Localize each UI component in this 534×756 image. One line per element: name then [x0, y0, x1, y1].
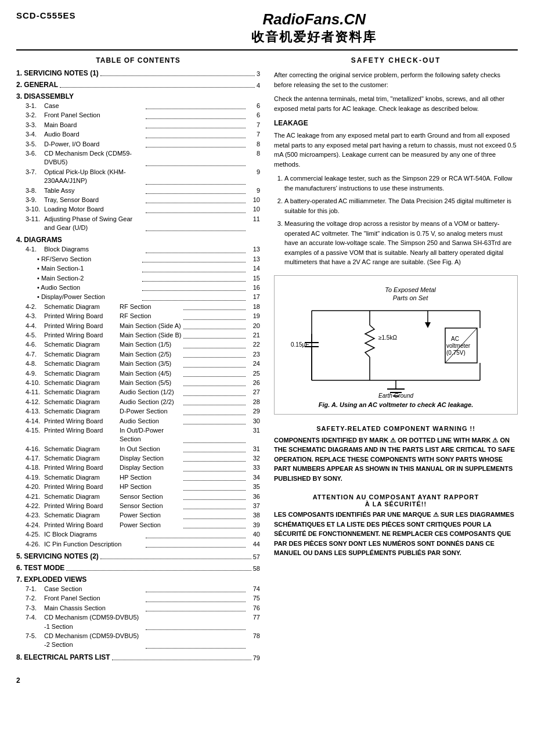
toc-sub-4-1: 4-1. Block Diagrams 13 [26, 245, 260, 254]
safety-title: SAFETY CHECK-OUT [274, 56, 518, 64]
safety-intro-1: After correcting the original service pr… [274, 70, 518, 89]
toc-item-6-page: 58 [253, 565, 260, 572]
toc-item-8-label: 8. ELECTRICAL PARTS LIST [16, 653, 110, 661]
toc-sub-4-2: 4-2. Schematic Diagram RF Section 18 [26, 303, 260, 311]
svg-marker-4 [425, 322, 431, 328]
bullet-main-1: • Main Section-1 14 [37, 264, 260, 273]
toc-sub-3-7: 3-7. Optical Pick-Up Block (KHM-230AAA/J… [26, 168, 260, 186]
dots-5 [100, 559, 251, 559]
page: SCD-C555ES RadioFans.CN 收音机爱好者资料库 TABLE … [0, 0, 534, 756]
disassembly-subitems: 3-1. Case 6 3-2. Front Panel Section 6 3… [16, 102, 260, 232]
dots-1 [100, 75, 255, 76]
safety-column: SAFETY CHECK-OUT After correcting the or… [274, 56, 518, 746]
toc-sub-3-11: 3-11. Adjusting Phase of Swing Gear and … [26, 215, 260, 233]
diagram-caption: Fig. A. Using an AC voltmeter to check A… [280, 401, 511, 408]
svg-text:To Exposed Metal: To Exposed Metal [385, 286, 436, 293]
toc-item-3-label: 3. DISASSEMBLY [16, 92, 260, 100]
leakage-method-1: A commercial leakage tester, such as the… [284, 174, 518, 193]
toc-section-5: 5. SERVICING NOTES (2) 57 [16, 552, 260, 560]
toc-item-5-page: 57 [253, 553, 260, 560]
toc-section-2: 2. GENERAL 4 [16, 81, 260, 89]
leakage-method-2: A battery-operated AC milliammeter. The … [284, 196, 518, 215]
safety-intro-2: Check the antenna terminals, metal trim,… [274, 94, 518, 113]
bullet-display-power: • Display/Power Section 17 [37, 293, 260, 301]
toc-sub-4-12: 4-12. Schematic Diagram Audio Section (2… [26, 398, 260, 406]
svg-text:Parts on Set: Parts on Set [393, 294, 428, 301]
logo: RadioFans.CN 收音机爱好者资料库 [111, 10, 518, 46]
toc-item-4-label: 4. DIAGRAMS [16, 236, 260, 244]
diagrams-subitems: 4-1. Block Diagrams 13 • RF/Servo Sectio… [16, 245, 260, 549]
toc-sub-4-19: 4-19. Schematic Diagram HP Section 34 [26, 473, 260, 482]
toc-sub-4-26: 4-26. IC Pin Function Description 44 [26, 540, 260, 549]
toc-sub-4-11: 4-11. Schematic Diagram Audio Section (1… [26, 388, 260, 397]
toc-sub-3-6: 3-6. CD Mechanism Deck (CDM59-DVBU5) 8 [26, 149, 260, 167]
circuit-diagram: To Exposed Metal Parts on Set [274, 275, 518, 415]
toc-sub-4-13: 4-13. Schematic Diagram D-Power Section … [26, 407, 260, 416]
leakage-methods: A commercial leakage tester, such as the… [274, 174, 518, 267]
chinese-title: 收音机爱好者资料库 [111, 28, 518, 46]
toc-sub-4-25: 4-25. IC Block Diagrams 40 [26, 530, 260, 539]
toc-sub-4-6: 4-6. Schematic Diagram Main Section (1/5… [26, 340, 260, 349]
svg-text:voltmeter: voltmeter [446, 343, 471, 349]
dots-8 [112, 660, 251, 660]
toc-section-7: 7. EXPLODED VIEWS 7-1. Case Section 74 7… [16, 575, 260, 650]
toc-sub-3-2: 3-2. Front Panel Section 6 [26, 111, 260, 120]
toc-section-3: 3. DISASSEMBLY 3-1. Case 6 3-2. Front Pa… [16, 92, 260, 232]
model-label: SCD-C555ES [16, 10, 76, 20]
toc-section-1: 1. SERVICING NOTES (1) 3 [16, 69, 260, 77]
bullet-audio: • Audio Section 16 [37, 283, 260, 292]
bullet-main-2: • Main Section-2 15 [37, 274, 260, 283]
french-body: LES COMPOSANTS IDENTIFIÉS PAR UNE MARQUE… [274, 510, 518, 558]
toc-sub-3-4: 3-4. Audio Board 7 [26, 130, 260, 139]
toc-sub-3-9: 3-9. Tray, Sensor Board 10 [26, 196, 260, 204]
block-diagram-bullets: • RF/Servo Section 13 • Main Section-1 1… [26, 255, 260, 302]
circuit-svg: To Exposed Metal Parts on Set [288, 282, 503, 398]
toc-sub-4-5: 4-5. Printed Wiring Board Main Section (… [26, 331, 260, 340]
toc-section-4: 4. DIAGRAMS 4-1. Block Diagrams 13 • RF/… [16, 236, 260, 549]
toc-item-7-label: 7. EXPLODED VIEWS [16, 575, 260, 584]
dots-6 [66, 570, 251, 571]
warning-body: COMPONENTS IDENTIFIED BY MARK ⚠ OR DOTTE… [274, 435, 518, 484]
warning-section: SAFETY-RELATED COMPONENT WARNING !! COMP… [274, 425, 518, 484]
toc-sub-3-8: 3-8. Table Assy 9 [26, 186, 260, 195]
french-warning: ATTENTION AU COMPOSANT AYANT RAPPORTÀ LA… [274, 494, 518, 558]
toc-sub-7-5: 7-5. CD Mechanism (CDM59-DVBU5) -2 Secti… [26, 632, 260, 650]
toc-sub-4-4: 4-4. Printed Wiring Board Main Section (… [26, 322, 260, 330]
toc-sub-3-10: 3-10. Loading Motor Board 10 [26, 205, 260, 214]
french-title: ATTENTION AU COMPOSANT AYANT RAPPORTÀ LA… [274, 494, 518, 507]
toc-sub-4-16: 4-16. Schematic Diagram In Out Section 3… [26, 445, 260, 453]
site-name: RadioFans.CN [111, 10, 518, 28]
toc-sub-7-2: 7-2. Front Panel Section 75 [26, 594, 260, 603]
toc-sub-4-15: 4-15. Printed Wiring Board In Out/D-Powe… [26, 426, 260, 444]
toc-sub-4-17: 4-17. Schematic Diagram Display Section … [26, 454, 260, 463]
toc-sub-4-22: 4-22. Printed Wiring Board Sensor Sectio… [26, 502, 260, 510]
toc-item-8-page: 79 [253, 654, 260, 661]
main-content: TABLE OF CONTENTS 1. SERVICING NOTES (1)… [16, 56, 518, 746]
svg-text:≥1.5kΩ: ≥1.5kΩ [378, 334, 397, 341]
toc-item-5-label: 5. SERVICING NOTES (2) [16, 552, 99, 560]
toc-sub-4-9: 4-9. Schematic Diagram Main Section (4/5… [26, 369, 260, 378]
toc-sub-4-20: 4-20. Printed Wiring Board HP Section 35 [26, 483, 260, 491]
warning-title: SAFETY-RELATED COMPONENT WARNING !! [274, 425, 518, 432]
svg-text:(0.75V): (0.75V) [446, 350, 466, 356]
toc-section-8: 8. ELECTRICAL PARTS LIST 79 [16, 653, 260, 661]
toc-sub-7-3: 7-3. Main Chassis Section 76 [26, 604, 260, 613]
toc-sub-4-21: 4-21. Schematic Diagram Sensor Section 3… [26, 492, 260, 501]
toc-sub-4-18: 4-18. Printed Wiring Board Display Secti… [26, 463, 260, 472]
toc-item-6-label: 6. TEST MODE [16, 564, 64, 572]
toc-item-2-label: 2. GENERAL [16, 81, 58, 89]
leakage-method-3: Measuring the voltage drop across a resi… [284, 219, 518, 267]
toc-sub-7-4: 7-4. CD Mechanism (CDM59-DVBU5) -1 Secti… [26, 613, 260, 631]
toc-sub-4-3: 4-3. Printed Wiring Board RF Section 19 [26, 312, 260, 321]
toc-sub-7-1: 7-1. Case Section 74 [26, 585, 260, 593]
toc-item-1-page: 3 [257, 70, 260, 77]
toc-item-1-label: 1. SERVICING NOTES (1) [16, 69, 99, 77]
dots-2 [60, 87, 255, 88]
toc-sub-4-23: 4-23. Schematic Diagram Power Section 38 [26, 511, 260, 520]
leakage-title: LEAKAGE [274, 119, 518, 127]
toc-sub-4-24: 4-24. Printed Wiring Board Power Section… [26, 521, 260, 530]
toc-item-2-page: 4 [257, 82, 260, 89]
toc-sub-3-5: 3-5. D-Power, I/O Board 8 [26, 140, 260, 149]
toc-sub-4-7: 4-7. Schematic Diagram Main Section (2/5… [26, 350, 260, 359]
toc-sub-3-1: 3-1. Case 6 [26, 102, 260, 110]
